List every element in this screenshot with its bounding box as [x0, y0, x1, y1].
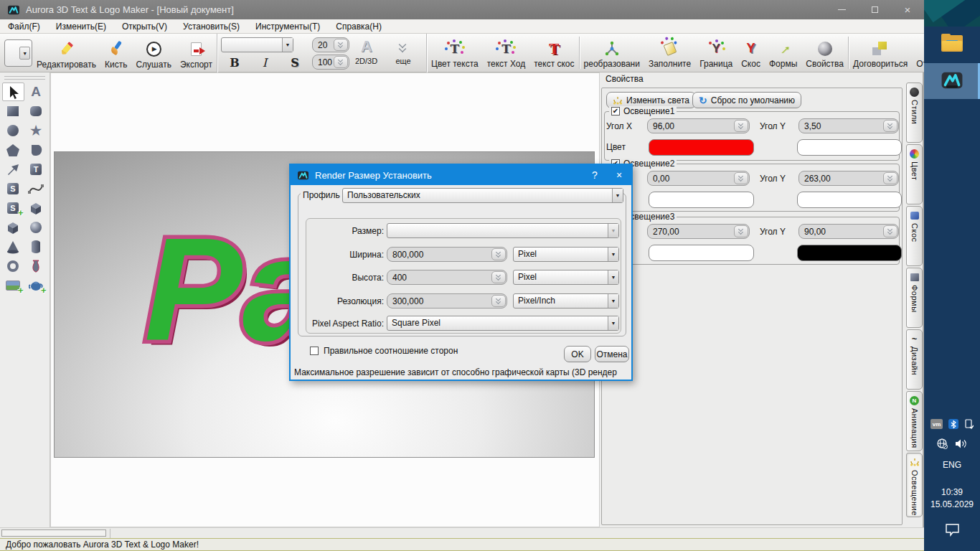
symbol-add-tool[interactable]: S+	[2, 199, 24, 217]
resolution-spinner[interactable]: 300,000	[387, 293, 507, 309]
2d3d-button[interactable]: A2D/3D	[351, 34, 382, 65]
sphere-tool[interactable]	[25, 218, 47, 237]
width-unit-combobox[interactable]: Pixel▼	[513, 247, 619, 262]
light2-angle-x-spinner[interactable]: 0,00	[647, 171, 750, 186]
light1-color-swatch[interactable]	[649, 139, 754, 156]
light1-color2-swatch[interactable]	[797, 139, 902, 156]
light3-angle-y-spinner[interactable]: 90,00	[798, 224, 899, 239]
symbol-tool[interactable]: S	[2, 179, 24, 198]
spin-down-icon[interactable]	[491, 295, 506, 307]
model-add-tool[interactable]: +	[25, 276, 47, 295]
rounded-rectangle-tool[interactable]	[25, 102, 47, 121]
dropdown-arrow-icon[interactable]: ▼	[19, 47, 30, 60]
light2-angle-y-spinner[interactable]: 263,00	[798, 171, 899, 186]
reset-default-button[interactable]: ↻Сброс по умолчанию	[692, 92, 801, 108]
dropdown-arrow-icon[interactable]: ▼	[608, 316, 618, 330]
network-globe-icon[interactable]	[936, 438, 948, 449]
light1-checkbox[interactable]: ✔	[611, 107, 620, 116]
rectangle-tool[interactable]	[2, 102, 24, 121]
tab-styles[interactable]: Стили	[906, 83, 923, 143]
menu-edit[interactable]: Изменить(E)	[48, 19, 114, 33]
palette-grip[interactable]	[4, 76, 45, 80]
ellipse-tool[interactable]	[2, 121, 24, 140]
dropdown-arrow-icon[interactable]: ▼	[282, 38, 293, 52]
light2-color2-swatch[interactable]	[797, 192, 902, 208]
shapes-button[interactable]: →Формы	[765, 37, 801, 69]
height-unit-combobox[interactable]: Pixel▼	[513, 270, 619, 285]
spin-down-icon[interactable]	[734, 172, 748, 184]
text-tool[interactable]: A	[25, 83, 47, 101]
dropdown-arrow-icon[interactable]: ▼	[608, 248, 618, 261]
spin-down-icon[interactable]	[883, 120, 897, 132]
tab-design[interactable]: ~Дизайн	[906, 329, 923, 390]
menu-help[interactable]: Справка(H)	[328, 19, 390, 33]
dialog-help-button[interactable]: ?	[583, 165, 607, 185]
active-app-button[interactable]	[924, 63, 980, 99]
spin-down-icon[interactable]	[883, 225, 897, 237]
dialog-title-bar[interactable]: Render Размер Установить ? ×	[291, 165, 631, 185]
menu-view[interactable]: Открыть(V)	[114, 19, 175, 33]
resolution-unit-combobox[interactable]: Pixel/Inch▼	[513, 293, 619, 309]
menu-file[interactable]: Файл(F)	[0, 19, 48, 33]
profile-combobox[interactable]: Пользовательских▼	[342, 188, 623, 203]
menu-tools[interactable]: Инструменты(T)	[248, 19, 328, 33]
dropdown-arrow-icon[interactable]: ▼	[612, 189, 623, 202]
bluetooth-icon[interactable]	[948, 419, 958, 429]
arrange-button[interactable]: Договориться	[848, 37, 912, 69]
font-size-spinner[interactable]: 20	[312, 37, 349, 52]
spin-down-icon[interactable]	[491, 271, 506, 283]
spin-down-icon[interactable]	[491, 248, 506, 260]
light3-color2-swatch[interactable]	[797, 245, 902, 261]
light3-color-swatch[interactable]	[649, 245, 754, 261]
light1-angle-y-spinner[interactable]: 3,50	[798, 118, 899, 133]
speaker-icon[interactable]	[955, 438, 968, 449]
arrow-tool[interactable]	[2, 160, 24, 179]
font-family-combobox[interactable]: ▼	[221, 37, 293, 52]
fill-button[interactable]: Заполните	[644, 37, 695, 69]
cylinder-tool[interactable]	[25, 237, 47, 256]
style-combobox[interactable]: ▼	[4, 39, 32, 67]
light2-color-swatch[interactable]	[649, 192, 754, 208]
text-bevel-button[interactable]: Tтекст скос	[529, 37, 578, 69]
clock-time[interactable]: 10:39	[924, 487, 980, 497]
export-button[interactable]: Экспорт	[176, 37, 217, 70]
tab-shapes[interactable]: Формы	[906, 268, 923, 328]
transform-button[interactable]: реобразовани	[579, 37, 644, 69]
brush-button[interactable]: Кисть	[100, 37, 131, 70]
dialog-close-button[interactable]: ×	[607, 165, 631, 185]
text-color-button[interactable]: TЦвет текста	[427, 37, 483, 69]
polygon-tool[interactable]	[2, 141, 24, 159]
play-button[interactable]: ▶Слушать	[131, 37, 175, 70]
light3-angle-x-spinner[interactable]: 270,00	[647, 224, 750, 239]
keep-aspect-checkbox[interactable]	[310, 347, 319, 355]
light1-angle-x-spinner[interactable]: 96,00	[647, 118, 750, 133]
properties-button[interactable]: Свойства	[801, 37, 848, 69]
spin-down-icon[interactable]	[334, 39, 348, 51]
spin-down-icon[interactable]	[734, 225, 748, 237]
cone-tool[interactable]	[2, 237, 24, 256]
text-stroke-button[interactable]: Tтекст Ход	[483, 37, 530, 69]
vase-tool[interactable]	[25, 257, 47, 276]
notification-center-button[interactable]	[945, 523, 960, 540]
tab-animation[interactable]: NАнимация	[906, 391, 923, 451]
maximize-button[interactable]	[858, 0, 891, 19]
spin-down-icon[interactable]	[883, 172, 897, 184]
border-button[interactable]: YГраница	[695, 37, 737, 69]
spin-down-icon[interactable]	[334, 56, 348, 68]
height-spinner[interactable]: 400	[387, 270, 507, 285]
usb-icon[interactable]	[964, 419, 974, 429]
box-tool[interactable]	[2, 218, 24, 237]
tab-color[interactable]: Цвет	[906, 144, 923, 204]
tab-lighting[interactable]: Освещение	[906, 453, 923, 517]
select-tool[interactable]	[2, 83, 24, 101]
shadow-button[interactable]: S	[288, 55, 302, 70]
minimize-button[interactable]	[825, 0, 858, 19]
dropdown-arrow-icon[interactable]: ▼	[608, 294, 618, 308]
clock-date[interactable]: 15.05.2029	[924, 499, 980, 509]
text-shape-tool[interactable]: T	[25, 160, 47, 179]
spin-down-icon[interactable]	[734, 120, 748, 132]
italic-button[interactable]: I	[258, 55, 272, 70]
language-indicator[interactable]: ENG	[924, 460, 980, 470]
cancel-button[interactable]: Отмена	[595, 346, 629, 362]
cube-tool[interactable]	[25, 199, 47, 217]
